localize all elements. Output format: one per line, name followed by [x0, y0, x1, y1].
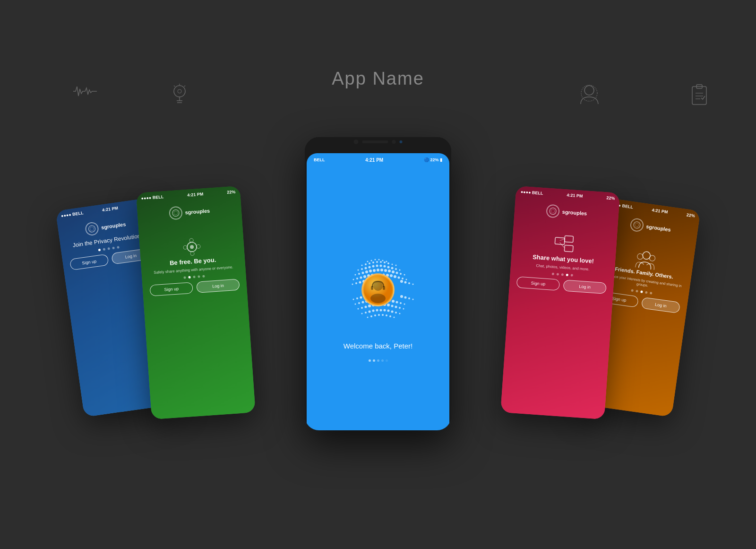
svg-point-108 — [358, 308, 359, 310]
svg-point-8 — [584, 86, 594, 95]
svg-point-57 — [369, 270, 372, 272]
center-status-left: BELL — [314, 157, 325, 162]
center-battery: 🔵 22% ▮ — [424, 157, 442, 162]
screen-pink: ●●●● BELL 4:21 PM 22% sgrouples — [500, 186, 620, 419]
screen2-signup-btn[interactable]: Sign up — [149, 282, 193, 296]
bulb-icon — [170, 83, 189, 111]
svg-point-82 — [352, 284, 353, 285]
svg-point-59 — [377, 269, 379, 271]
svg-point-88 — [408, 282, 410, 284]
svg-point-135 — [378, 314, 380, 316]
svg-point-46 — [376, 265, 378, 267]
svg-point-65 — [400, 273, 402, 275]
svg-line-6 — [184, 86, 185, 87]
svg-point-48 — [384, 265, 386, 268]
svg-point-9 — [581, 85, 597, 101]
svg-point-20 — [189, 245, 194, 249]
screen2-time: 4:21 PM — [187, 192, 204, 197]
svg-point-24 — [190, 252, 194, 256]
svg-line-7 — [174, 86, 175, 87]
svg-rect-148 — [565, 235, 574, 242]
svg-point-33 — [369, 262, 370, 264]
svg-point-122 — [365, 312, 367, 314]
screen2-sub-tagline: Safely share anything with anyone or eve… — [154, 265, 233, 275]
svg-point-107 — [404, 304, 405, 305]
svg-point-25 — [367, 261, 369, 262]
screen4-dots — [551, 273, 573, 277]
svg-point-117 — [391, 305, 394, 307]
screen5-dots — [631, 289, 652, 294]
svg-point-79 — [398, 277, 400, 279]
svg-point-128 — [387, 310, 390, 312]
clipboard-icon — [690, 83, 709, 111]
svg-point-66 — [404, 274, 405, 276]
screen-green: ●●●● BELL 4:21 PM 22% sgrouples — [136, 186, 256, 419]
screen1-dots — [98, 246, 119, 251]
svg-point-104 — [392, 300, 395, 303]
screen2-logo: sgrouples — [169, 204, 210, 220]
svg-point-78 — [394, 275, 396, 278]
svg-rect-144 — [383, 286, 385, 290]
svg-point-146 — [551, 209, 555, 213]
svg-point-63 — [392, 270, 395, 273]
svg-point-64 — [396, 272, 398, 274]
svg-point-16 — [90, 227, 94, 231]
screen2-login-btn[interactable]: Log in — [196, 279, 240, 293]
svg-point-34 — [372, 261, 374, 263]
svg-point-69 — [360, 277, 362, 279]
svg-point-18 — [173, 211, 178, 215]
svg-point-83 — [355, 282, 357, 284]
svg-point-61 — [384, 269, 387, 272]
svg-point-56 — [365, 270, 368, 273]
svg-point-53 — [355, 274, 356, 276]
svg-point-120 — [403, 308, 404, 310]
screen1-signup-btn[interactable]: Sign up — [69, 254, 109, 270]
loading-indicator — [369, 359, 388, 362]
svg-point-105 — [396, 301, 398, 304]
svg-point-95 — [404, 296, 407, 299]
svg-point-17 — [172, 209, 179, 217]
svg-point-98 — [355, 304, 356, 305]
user-avatar — [361, 273, 395, 306]
svg-point-152 — [633, 221, 641, 229]
svg-point-58 — [373, 269, 376, 272]
screen5-logo: sgrouples — [629, 218, 672, 236]
svg-point-130 — [395, 312, 397, 314]
svg-point-38 — [387, 262, 389, 264]
svg-point-43 — [365, 267, 367, 270]
svg-point-0 — [174, 86, 185, 97]
screen4-sub-tagline: Chat, photos, videos, and more. — [536, 263, 590, 271]
svg-point-67 — [353, 279, 354, 280]
screen5-login-btn[interactable]: Log in — [641, 297, 681, 314]
svg-point-133 — [370, 315, 372, 317]
svg-point-81 — [406, 279, 407, 280]
svg-point-55 — [362, 272, 364, 274]
screen2-brand: sgrouples — [185, 208, 210, 215]
screen1-brand: sgrouples — [101, 221, 126, 230]
svg-point-52 — [399, 270, 401, 271]
screen4-signup-btn[interactable]: Sign up — [516, 277, 560, 291]
svg-point-42 — [361, 268, 363, 270]
welcome-text: Welcome back, Peter! — [344, 342, 412, 350]
svg-point-45 — [372, 265, 375, 268]
svg-point-100 — [362, 301, 364, 304]
screen4-time: 4:21 PM — [567, 192, 583, 198]
svg-point-129 — [391, 311, 394, 313]
svg-line-151 — [559, 243, 565, 248]
svg-point-116 — [387, 304, 390, 306]
screen4-login-btn[interactable]: Log in — [563, 279, 606, 294]
screen5-brand: sgrouples — [646, 224, 671, 233]
svg-point-15 — [88, 225, 95, 233]
svg-point-22 — [196, 244, 200, 249]
screen2-status-left: ●●●● BELL — [141, 194, 163, 200]
screen5-time: 4:21 PM — [652, 208, 668, 215]
page-title: App Name — [332, 69, 424, 89]
svg-point-39 — [392, 264, 393, 265]
svg-point-4 — [178, 89, 181, 93]
screen1-buttons: Sign up Log in — [69, 248, 151, 270]
svg-point-44 — [369, 266, 371, 269]
screen2-dots — [183, 275, 205, 279]
svg-point-23 — [189, 238, 193, 243]
svg-point-134 — [374, 314, 376, 316]
svg-point-119 — [399, 307, 401, 309]
